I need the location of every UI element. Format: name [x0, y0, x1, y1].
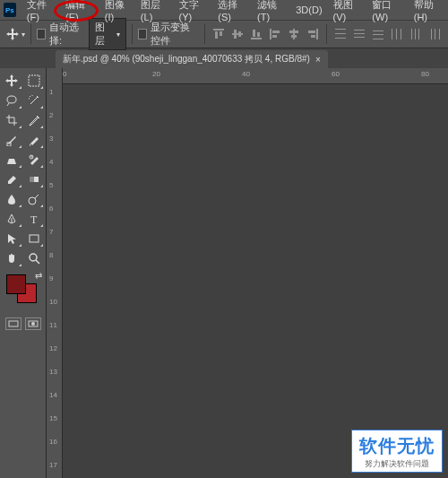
- healing-brush-tool[interactable]: [2, 131, 22, 149]
- distribute-right-icon[interactable]: [426, 26, 443, 42]
- type-tool[interactable]: T: [24, 210, 45, 228]
- svg-rect-43: [30, 235, 39, 242]
- zoom-tool[interactable]: [24, 249, 45, 267]
- align-left-icon[interactable]: [267, 26, 283, 42]
- ruler-tick: 40: [242, 70, 250, 78]
- svg-point-44: [30, 254, 37, 261]
- menu-view[interactable]: 视图(V): [328, 0, 367, 25]
- ruler-tick: 17: [49, 461, 57, 469]
- marquee-tool[interactable]: [24, 72, 45, 90]
- ruler-tick: 9: [49, 274, 53, 282]
- foreground-color-swatch[interactable]: [6, 274, 26, 294]
- svg-rect-5: [238, 31, 241, 37]
- canvas[interactable]: [63, 84, 448, 478]
- svg-rect-14: [291, 35, 297, 38]
- svg-rect-23: [354, 37, 365, 38]
- ruler-tick: 2: [49, 111, 53, 119]
- magic-wand-tool[interactable]: [24, 91, 45, 109]
- quickmask-mode-icon[interactable]: [25, 317, 41, 330]
- menu-image[interactable]: 图像(I): [99, 0, 135, 25]
- svg-rect-19: [335, 33, 346, 34]
- align-vcenter-icon[interactable]: [229, 26, 246, 42]
- lasso-tool[interactable]: [2, 91, 22, 109]
- menu-edit[interactable]: 编辑(E): [60, 0, 99, 25]
- show-transform-option[interactable]: 显示变换控件: [138, 21, 199, 48]
- distribute-bottom-icon[interactable]: [370, 26, 386, 42]
- show-transform-checkbox[interactable]: [138, 29, 147, 39]
- svg-rect-11: [272, 35, 277, 38]
- path-selection-tool[interactable]: [2, 230, 22, 248]
- distribute-left-icon[interactable]: [389, 26, 405, 42]
- svg-rect-33: [431, 29, 432, 39]
- menu-filter[interactable]: 滤镜(T): [252, 0, 290, 25]
- watermark: 软件无忧 努力解决软件问题: [351, 430, 443, 473]
- menu-type[interactable]: 文字(Y): [174, 0, 213, 25]
- divider: [132, 24, 133, 44]
- standard-mode-icon[interactable]: [5, 317, 22, 330]
- svg-rect-20: [335, 38, 346, 39]
- brush-tool[interactable]: [24, 131, 45, 149]
- clone-stamp-tool[interactable]: [2, 151, 22, 169]
- active-tool-icon[interactable]: ▾: [5, 24, 25, 44]
- menu-help[interactable]: 帮助(H): [409, 0, 448, 25]
- workspace: T ⇄ 020406080 1234567891011121314151617: [0, 68, 448, 478]
- menu-select[interactable]: 选择(S): [212, 0, 252, 25]
- distribute-hcenter-icon[interactable]: [408, 26, 424, 42]
- auto-select-option[interactable]: 自动选择:: [37, 21, 83, 48]
- svg-rect-36: [29, 75, 39, 86]
- watermark-title: 软件无忧: [359, 434, 435, 458]
- distribute-vcenter-icon[interactable]: [351, 26, 367, 42]
- svg-rect-7: [253, 30, 255, 37]
- svg-rect-8: [257, 32, 260, 37]
- crop-tool[interactable]: [2, 111, 22, 129]
- svg-rect-16: [308, 30, 315, 33]
- svg-rect-12: [293, 29, 295, 39]
- menu-window[interactable]: 窗口(W): [366, 0, 408, 25]
- gradient-tool[interactable]: [24, 170, 45, 188]
- hand-tool[interactable]: [2, 249, 22, 267]
- eyedropper-tool[interactable]: [24, 111, 45, 129]
- svg-rect-17: [311, 35, 315, 38]
- align-hcenter-icon[interactable]: [286, 26, 302, 42]
- svg-rect-0: [213, 29, 224, 30]
- menu-layer[interactable]: 图层(L): [135, 0, 174, 25]
- svg-rect-34: [435, 29, 435, 39]
- svg-point-41: [29, 197, 36, 204]
- blur-tool[interactable]: [2, 190, 22, 208]
- color-swatches: ⇄: [4, 273, 44, 309]
- auto-select-label: 自动选择:: [49, 21, 83, 48]
- ruler-tick: 0: [63, 70, 66, 78]
- ruler-tick: 13: [49, 368, 57, 376]
- shape-tool[interactable]: [24, 230, 45, 248]
- svg-rect-9: [270, 29, 271, 39]
- pen-tool[interactable]: [2, 210, 22, 228]
- ruler-tick: 5: [49, 181, 53, 189]
- svg-rect-15: [316, 29, 318, 39]
- menu-bar: Ps 文件(F) 编辑(E) 图像(I) 图层(L) 文字(Y) 选择(S) 滤…: [0, 0, 448, 20]
- ruler-tick: 80: [421, 70, 429, 78]
- ruler-horizontal: 020406080: [47, 68, 448, 84]
- svg-rect-30: [411, 29, 412, 39]
- dodge-tool[interactable]: [24, 190, 45, 208]
- align-top-icon[interactable]: [211, 26, 227, 42]
- ruler-tick: 16: [49, 438, 57, 446]
- target-dropdown-value: 图层: [95, 21, 109, 48]
- ruler-tick: 7: [49, 228, 53, 236]
- menu-file[interactable]: 文件(F): [22, 0, 60, 25]
- align-group-1: [211, 26, 321, 42]
- chevron-down-icon: ▾: [116, 30, 120, 39]
- distribute-top-icon[interactable]: [332, 26, 349, 42]
- svg-rect-1: [215, 31, 218, 39]
- menu-3d[interactable]: 3D(D): [290, 2, 327, 18]
- document-tab[interactable]: 新年.psd @ 40% (90sheji_linggan_40070633 拷…: [56, 50, 328, 68]
- align-bottom-icon[interactable]: [248, 26, 264, 42]
- auto-select-checkbox[interactable]: [37, 29, 46, 39]
- svg-rect-21: [354, 30, 365, 30]
- history-brush-tool[interactable]: [24, 151, 45, 169]
- close-icon[interactable]: ×: [315, 55, 321, 65]
- swap-colors-icon[interactable]: ⇄: [35, 271, 42, 281]
- align-right-icon[interactable]: [305, 26, 321, 42]
- eraser-tool[interactable]: [2, 170, 22, 188]
- svg-rect-24: [373, 30, 383, 31]
- move-tool[interactable]: [2, 72, 22, 90]
